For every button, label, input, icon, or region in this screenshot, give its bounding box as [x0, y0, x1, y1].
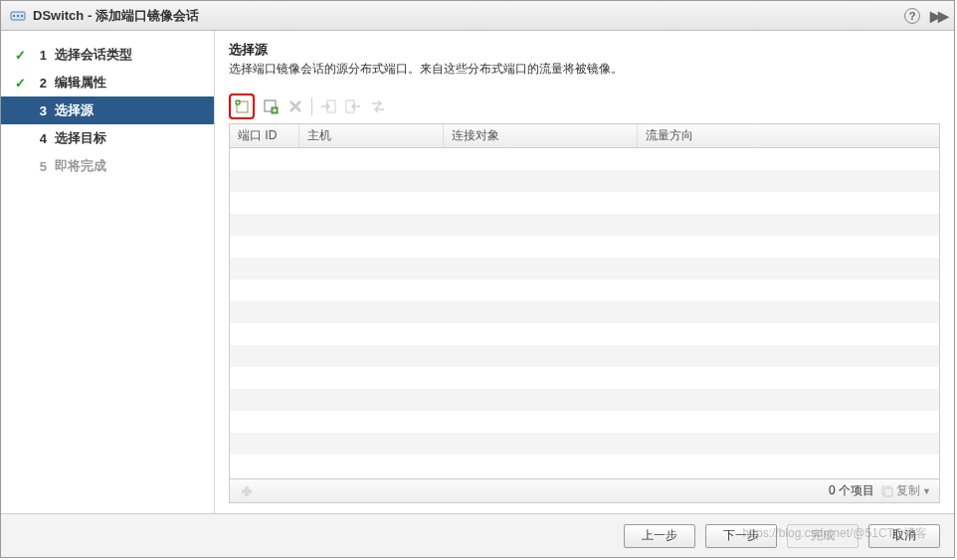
- table-row: [230, 192, 939, 214]
- add-grid-icon[interactable]: [262, 97, 280, 115]
- step-select-target[interactable]: 4 选择目标: [1, 124, 214, 152]
- table-row: [230, 411, 939, 433]
- step-ready-complete: 5 即将完成: [1, 152, 214, 180]
- table-row: [230, 345, 939, 367]
- table-footer: 0 个项目 复制 ▼: [230, 478, 939, 502]
- table-row: [230, 258, 939, 280]
- remove-icon: [287, 97, 304, 115]
- step-number: 2: [35, 76, 47, 91]
- step-number: 1: [35, 48, 47, 63]
- wizard-dialog: DSwitch - 添加端口镜像会话 ? ▶▶ 1 选择会话类型 2 编辑属性 …: [0, 0, 955, 558]
- title-bar: DSwitch - 添加端口镜像会话 ? ▶▶: [1, 1, 954, 31]
- ports-table: 端口 ID 主机 连接对象 流量方向: [229, 123, 940, 503]
- add-icon[interactable]: [233, 97, 251, 115]
- col-port-id[interactable]: 端口 ID: [230, 124, 299, 147]
- table-row: [230, 280, 939, 301]
- table-row: [230, 170, 939, 192]
- wizard-steps: 1 选择会话类型 2 编辑属性 3 选择源 4 选择目标 5 即将完成: [1, 31, 215, 513]
- step-number: 4: [35, 131, 47, 146]
- table-row: [230, 148, 939, 170]
- help-icon[interactable]: ?: [904, 8, 920, 24]
- col-host[interactable]: 主机: [299, 124, 444, 147]
- table-header: 端口 ID 主机 连接对象 流量方向: [230, 124, 939, 148]
- step-label: 即将完成: [55, 157, 106, 175]
- arrow-left-box-icon: [344, 97, 362, 115]
- table-row: [230, 236, 939, 258]
- highlight-box: [229, 93, 255, 119]
- col-connectee[interactable]: 连接对象: [444, 124, 638, 147]
- svg-rect-1: [13, 15, 15, 17]
- svg-rect-10: [884, 488, 892, 496]
- toolbar: [229, 93, 940, 119]
- svg-rect-3: [21, 15, 23, 17]
- step-label: 编辑属性: [55, 74, 106, 92]
- content-description: 选择端口镜像会话的源分布式端口。来自这些分布式端口的流量将被镜像。: [229, 61, 940, 78]
- step-label: 选择会话类型: [55, 46, 132, 64]
- switch-icon: [9, 7, 27, 25]
- step-label: 选择目标: [55, 129, 106, 147]
- copy-label: 复制: [896, 482, 920, 499]
- table-row: [230, 214, 939, 236]
- table-row: [230, 433, 939, 455]
- table-row: [230, 301, 939, 323]
- expand-icon[interactable]: ▶▶: [930, 8, 946, 24]
- finish-button: 完成: [787, 524, 859, 548]
- table-row: [230, 323, 939, 345]
- table-row: [230, 389, 939, 411]
- dialog-title: DSwitch - 添加端口镜像会话: [33, 7, 199, 25]
- table-row: [230, 455, 939, 476]
- checkmark-icon: [15, 76, 27, 91]
- arrow-right-box-icon: [319, 97, 337, 115]
- step-number: 5: [35, 159, 47, 174]
- swap-icon: [369, 97, 387, 115]
- content-heading: 选择源: [229, 41, 940, 59]
- chevron-down-icon: ▼: [922, 486, 931, 496]
- step-edit-properties[interactable]: 2 编辑属性: [1, 69, 214, 96]
- step-select-source[interactable]: 3 选择源: [1, 96, 214, 124]
- step-number: 3: [35, 103, 47, 118]
- content-pane: 选择源 选择端口镜像会话的源分布式端口。来自这些分布式端口的流量将被镜像。: [215, 31, 954, 513]
- table-body: [230, 148, 939, 478]
- step-select-session-type[interactable]: 1 选择会话类型: [1, 41, 214, 69]
- table-row: [230, 367, 939, 389]
- copy-button[interactable]: 复制 ▼: [880, 482, 931, 499]
- checkmark-icon: [15, 48, 27, 63]
- step-label: 选择源: [55, 101, 94, 119]
- col-traffic-direction[interactable]: 流量方向: [638, 124, 939, 147]
- filter-icon[interactable]: [238, 482, 256, 500]
- item-count: 0 个项目: [829, 482, 874, 499]
- cancel-button[interactable]: 取消: [868, 524, 940, 548]
- svg-rect-2: [17, 15, 19, 17]
- back-button[interactable]: 上一步: [624, 524, 695, 548]
- wizard-footer: 上一步 下一步 完成 取消: [1, 513, 954, 557]
- next-button[interactable]: 下一步: [705, 524, 777, 548]
- toolbar-separator: [311, 97, 312, 115]
